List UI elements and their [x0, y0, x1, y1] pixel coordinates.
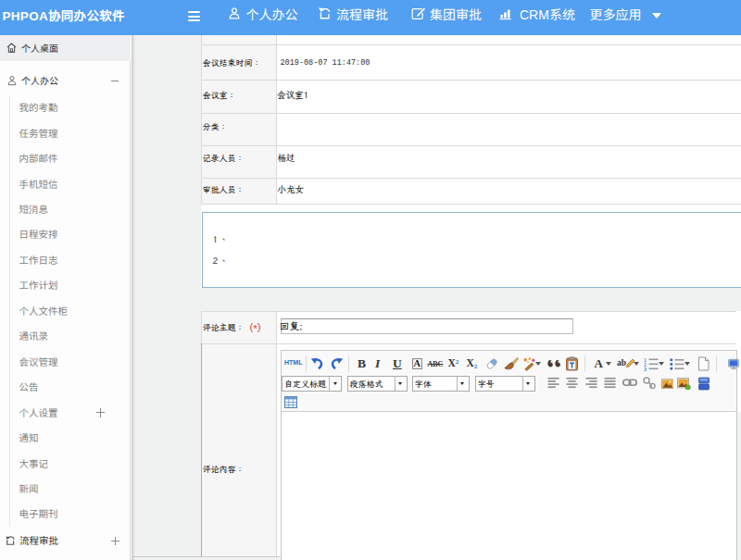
svg-text:3: 3	[644, 367, 647, 372]
